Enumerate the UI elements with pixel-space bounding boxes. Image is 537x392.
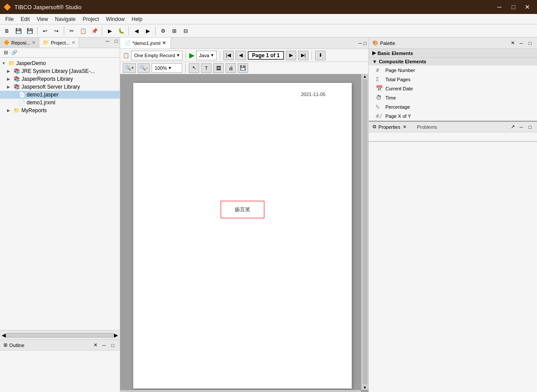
project-close[interactable]: ✕: [72, 40, 75, 45]
toolbar-debug[interactable]: 🐛: [116, 26, 126, 36]
first-page-btn[interactable]: |◀: [223, 51, 234, 60]
palette-controls: ✕ ─ □: [509, 40, 534, 47]
properties-close[interactable]: ✕: [403, 124, 406, 129]
menu-help[interactable]: Help: [128, 15, 146, 23]
composite-elements-header[interactable]: ▼ Composite Elements: [369, 58, 537, 65]
scroll-up-btn[interactable]: ▲: [363, 74, 367, 79]
palette-page-number[interactable]: # Page Number: [369, 65, 537, 75]
toolbar-forward[interactable]: ▶: [142, 26, 153, 36]
tree-jaspersoft-server[interactable]: ▶ 📚 Jaspersoft Server Library: [0, 83, 120, 91]
problems-label[interactable]: Problems: [417, 124, 437, 130]
datasource-dropdown[interactable]: One Empty Record ▾: [131, 51, 183, 60]
maximize-editor[interactable]: □: [364, 41, 367, 46]
link-btn[interactable]: 🔗: [10, 49, 18, 57]
outline-close[interactable]: ✕: [92, 342, 99, 349]
toolbar-extra2[interactable]: ⊞: [169, 26, 180, 36]
language-dropdown[interactable]: Java ▾: [196, 51, 217, 60]
toolbar-new[interactable]: 🗎: [2, 26, 12, 36]
palette-maximize[interactable]: □: [527, 40, 534, 47]
menu-navigate[interactable]: Navigate: [52, 15, 79, 23]
menu-edit[interactable]: Edit: [17, 15, 33, 23]
text-btn[interactable]: T: [201, 63, 211, 73]
tab-project[interactable]: 📁 Project... ✕: [39, 38, 79, 48]
left-arrow[interactable]: ◀: [2, 332, 6, 338]
toolbar-copy[interactable]: 📋: [78, 26, 88, 36]
maximize-button[interactable]: □: [507, 2, 520, 12]
toolbar-extra1[interactable]: ⚙: [158, 26, 168, 36]
prev-page-btn[interactable]: ◀: [236, 51, 246, 60]
tree-demo1-jrxml[interactable]: 📄 demo1.jrxml: [0, 99, 120, 107]
run-button[interactable]: ▶: [189, 51, 194, 59]
palette-current-date[interactable]: 📅 Current Date: [369, 84, 537, 93]
menu-window[interactable]: Window: [103, 15, 128, 23]
toolbar-paste[interactable]: 📌: [89, 26, 100, 36]
zoom-out-btn[interactable]: 🔍-: [138, 63, 150, 73]
left-hscroll[interactable]: [6, 333, 114, 337]
palette-total-pages[interactable]: Σ Total Pages: [369, 75, 537, 84]
basic-elements-header[interactable]: ▶ Basic Elements: [369, 49, 537, 57]
tree-jasper-reports[interactable]: ▶ 📚 JasperReports Library: [0, 75, 120, 83]
palette-close[interactable]: ✕: [509, 40, 516, 47]
tree-jasper-demo[interactable]: ▼ 📁 JasperDemo: [0, 59, 120, 67]
props-minimize[interactable]: ─: [518, 124, 525, 131]
editor-tab-demo1[interactable]: 📄 *demo1.jrxml ✕: [120, 38, 171, 48]
export-btn[interactable]: ⬇: [315, 51, 326, 60]
palette-minimize[interactable]: ─: [518, 40, 525, 47]
expand-icon: ▼: [372, 59, 377, 64]
save-report-btn[interactable]: 💾: [238, 63, 248, 73]
panel-controls: ─ □: [104, 38, 120, 48]
zoom-in-btn[interactable]: 🔍+: [123, 63, 136, 73]
zoom-select[interactable]: 100% ▾: [152, 63, 182, 73]
file-icon: 📄: [19, 92, 25, 98]
palette-percentage[interactable]: % Percentage: [369, 102, 537, 111]
toolbar-redo[interactable]: ↪: [51, 26, 62, 36]
canvas-container[interactable]: 2021-11-05 扬言奖 ▲ ▼ ◀ ▶: [120, 74, 368, 392]
expand-icon: ▶: [7, 77, 12, 81]
tab-label: *demo1.jrxml: [132, 41, 160, 46]
menu-file[interactable]: File: [2, 15, 17, 23]
last-page-btn[interactable]: ▶|: [298, 51, 308, 60]
select-btn[interactable]: ↖: [189, 63, 199, 73]
toolbar-extra3[interactable]: ⊟: [180, 26, 191, 36]
main-layout: 🔶 Reposi... ✕ 📁 Project... ✕ ─ □ ⊟ 🔗 ▼ 📁…: [0, 38, 537, 392]
tree-jre[interactable]: ▶ 📚 JRE System Library [JavaSE-...: [0, 67, 120, 75]
outline-maximize[interactable]: □: [109, 342, 116, 349]
toolbar-run[interactable]: ▶: [104, 26, 115, 36]
palette-time[interactable]: ⏱ Time: [369, 93, 537, 102]
print-btn[interactable]: 🖨: [225, 63, 236, 73]
scroll-down-btn[interactable]: ▼: [363, 385, 367, 390]
collapse-btn[interactable]: ⊟: [2, 49, 10, 57]
tab-close-icon[interactable]: ✕: [162, 40, 166, 46]
panel-minimize[interactable]: ─: [104, 38, 111, 45]
menu-view[interactable]: View: [33, 15, 52, 23]
palette-basic-elements: ▶ Basic Elements: [369, 49, 537, 58]
close-button[interactable]: ✕: [521, 2, 534, 12]
tree-label: JasperReports Library: [21, 76, 73, 82]
tree-label: demo1.jrxml: [27, 100, 55, 106]
props-extra-btn[interactable]: ↗: [509, 124, 516, 131]
palette-item-label: Total Pages: [385, 77, 410, 82]
tab-repository[interactable]: 🔶 Reposi... ✕: [0, 38, 39, 48]
toolbar-save-all[interactable]: 💾: [24, 26, 35, 36]
toolbar-back[interactable]: ◀: [131, 26, 142, 36]
right-arrow[interactable]: ▶: [114, 332, 118, 338]
hscrollbar[interactable]: ◀ ▶: [120, 390, 361, 392]
minimize-editor[interactable]: ─: [359, 41, 362, 46]
total-pages-icon: Σ: [376, 76, 383, 83]
props-maximize[interactable]: □: [527, 124, 534, 131]
tree-myreports[interactable]: ▶ 📁 MyReports: [0, 107, 120, 114]
outline-minimize[interactable]: ─: [100, 342, 107, 349]
toolbar-save[interactable]: 💾: [13, 26, 24, 36]
repo-close[interactable]: ✕: [32, 40, 35, 45]
toolbar-cut[interactable]: ✂: [66, 26, 77, 36]
palette-page-x-of-y[interactable]: #/ Page X of Y: [369, 111, 537, 120]
zoom-sep: [185, 64, 186, 72]
minimize-button[interactable]: ─: [493, 2, 506, 12]
img-btn[interactable]: 🖼: [213, 63, 224, 73]
panel-maximize[interactable]: □: [113, 38, 120, 45]
menu-project[interactable]: Project: [79, 15, 102, 23]
toolbar-undo[interactable]: ↩: [40, 26, 50, 36]
next-page-btn[interactable]: ▶: [286, 51, 296, 60]
vscrollbar[interactable]: ▲ ▼: [361, 74, 368, 390]
tree-demo1-jasper[interactable]: 📄 demo1.jasper: [0, 91, 120, 99]
